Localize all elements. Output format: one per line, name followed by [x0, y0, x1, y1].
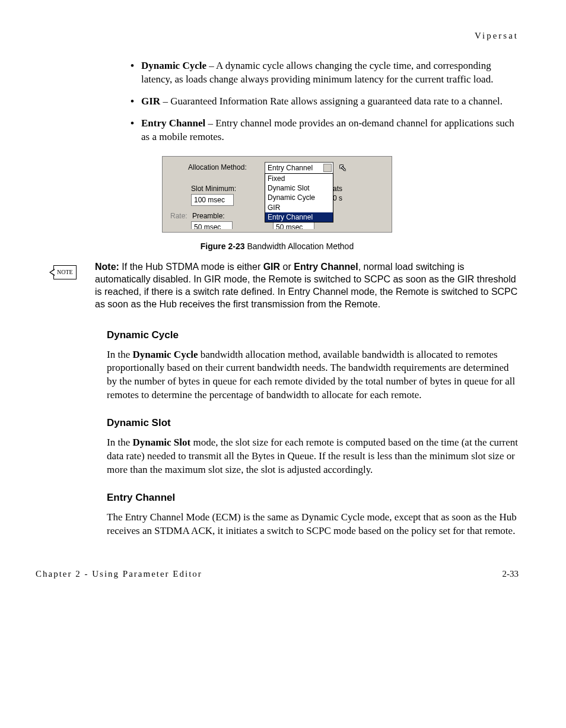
note-lead: Note: [95, 262, 119, 272]
bullet-text: – Guaranteed Information Rate allows ass… [160, 96, 503, 107]
page-footer: Chapter 2 - Using Parameter Editor 2-33 [36, 568, 519, 580]
note-bold: GIR [263, 262, 280, 272]
para-bold: Dynamic Cycle [132, 349, 198, 360]
note-bold: Entry Channel [294, 262, 358, 272]
dropdown-option-selected[interactable]: Entry Channel [265, 212, 333, 222]
note-text: If the Hub STDMA mode is either [119, 262, 263, 272]
bullet-item: Entry Channel – Entry channel mode provi… [131, 117, 519, 144]
section-heading-dynamic-slot: Dynamic Slot [107, 417, 519, 430]
content-body: Dynamic Cycle In the Dynamic Cycle bandw… [107, 329, 519, 538]
paragraph: In the Dynamic Cycle bandwidth allocatio… [107, 348, 519, 403]
note-body: Note: If the Hub STDMA mode is either GI… [95, 261, 519, 310]
dropdown-option[interactable]: Dynamic Cycle [265, 193, 333, 202]
figure-caption: Figure 2-23 Bandwidth Allocation Method [36, 241, 519, 252]
bullet-term: GIR [141, 96, 160, 107]
paragraph: The Entry Channel Mode (ECM) is the same… [107, 511, 519, 538]
slot-minimum-input[interactable]: 100 msec [191, 194, 234, 206]
preamble-label: Preamble: [192, 211, 225, 221]
slot-minimum-label: Slot Minimum: [191, 184, 236, 193]
page-header-brand: Vipersat [36, 30, 519, 42]
note-block: NOTE Note: If the Hub STDMA mode is eith… [36, 261, 519, 310]
rate-label: Rate: [170, 211, 187, 221]
cursor-icon: ↖ [339, 161, 346, 174]
footer-page-number: 2-33 [503, 568, 519, 580]
allocation-method-label: Allocation Method: [188, 163, 247, 172]
dropdown-option[interactable]: Dynamic Slot [265, 183, 333, 193]
dropdown-option[interactable]: Fixed [265, 174, 333, 183]
para-bold: Dynamic Slot [132, 437, 190, 448]
note-text: or [280, 262, 294, 272]
paragraph: In the Dynamic Slot mode, the slot size … [107, 436, 519, 477]
section-heading-dynamic-cycle: Dynamic Cycle [107, 329, 519, 342]
note-icon: NOTE [53, 265, 77, 279]
allocation-method-dropdown[interactable]: Fixed Dynamic Slot Dynamic Cycle GIR Ent… [265, 173, 333, 222]
bullet-item: GIR – Guaranteed Information Rate allows… [131, 95, 519, 109]
bullet-item: Dynamic Cycle – A dynamic cycle allows c… [131, 59, 519, 87]
section-heading-entry-channel: Entry Channel [107, 491, 519, 505]
bullet-term: Entry Channel [141, 117, 205, 129]
figure-number: Figure 2-23 [201, 241, 245, 251]
dropdown-option[interactable]: GIR [265, 203, 333, 212]
figure-block: Allocation Method: Entry Channel ↖ Fixed… [36, 156, 519, 252]
figure-title: Bandwidth Allocation Method [245, 241, 354, 251]
bullet-list: Dynamic Cycle – A dynamic cycle allows c… [131, 59, 519, 144]
footer-chapter: Chapter 2 - Using Parameter Editor [36, 568, 202, 580]
dialog-panel: Allocation Method: Entry Channel ↖ Fixed… [162, 156, 392, 233]
allocation-method-combo[interactable]: Entry Channel [265, 162, 333, 174]
bullet-term: Dynamic Cycle [141, 60, 206, 71]
para-text: In the [107, 437, 132, 448]
guard-band-input[interactable]: 50 msec [273, 221, 314, 229]
preamble-input[interactable]: 50 msec [191, 221, 233, 229]
para-text: In the [107, 349, 132, 360]
